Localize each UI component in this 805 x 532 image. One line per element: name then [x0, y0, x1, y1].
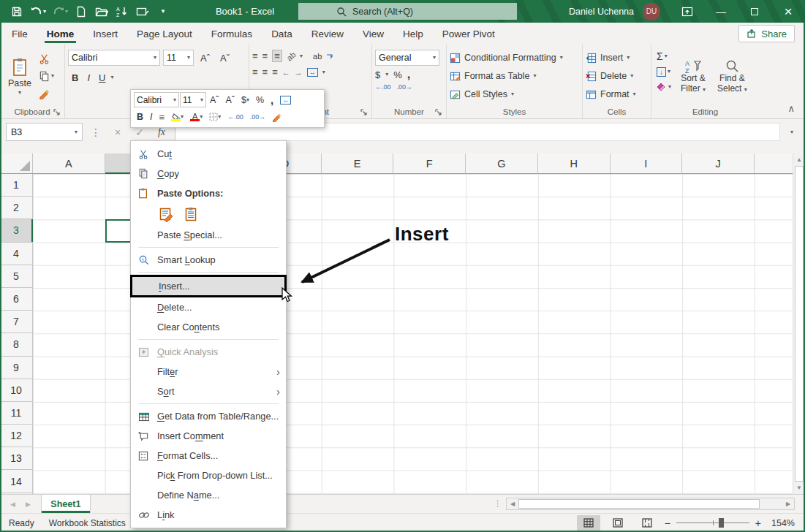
row-header-1[interactable]: 1: [0, 174, 32, 197]
minimize-button[interactable]: —: [704, 0, 738, 23]
ribbon-display-options-button[interactable]: [670, 0, 704, 23]
undo-button[interactable]: ▾: [28, 2, 48, 21]
increase-indent-button[interactable]: →: [295, 68, 303, 77]
align-middle-button[interactable]: ≡: [262, 50, 268, 61]
vertical-scrollbar[interactable]: ▲ ▼: [793, 153, 805, 494]
row-header-9[interactable]: 9: [0, 357, 32, 379]
save-button[interactable]: [7, 2, 26, 21]
format-cells-button[interactable]: Format▾: [586, 86, 648, 103]
clear-button[interactable]: ▾: [654, 80, 673, 94]
mini-align-button[interactable]: ≡: [156, 110, 168, 125]
row-header-11[interactable]: 11: [0, 402, 32, 425]
menu-item-pick-from-list[interactable]: Pick From Drop-down List...: [131, 466, 286, 485]
menu-item-get-data[interactable]: Get Data from Table/Range...: [131, 406, 286, 426]
email-button[interactable]: [133, 2, 152, 21]
copy-button[interactable]: ▾: [37, 68, 56, 84]
user-name[interactable]: Daniel Uchenna: [569, 7, 634, 17]
mini-increase-font-button[interactable]: Aˆ: [207, 92, 222, 107]
zoom-in-button[interactable]: +: [755, 517, 761, 529]
redo-button[interactable]: ▾: [50, 2, 70, 21]
fill-button[interactable]: ↓▾: [654, 65, 673, 78]
select-all-corner[interactable]: [0, 153, 33, 173]
sort-filter-button[interactable]: AZ Sort & Filter ▾: [676, 48, 710, 105]
column-header-h[interactable]: H: [538, 153, 611, 173]
qat-customize-button[interactable]: ▾: [154, 2, 173, 21]
orientation-button[interactable]: ab: [284, 50, 297, 62]
cancel-button[interactable]: ×: [109, 123, 126, 141]
normal-view-button[interactable]: [577, 515, 600, 531]
tab-review[interactable]: Review: [302, 23, 353, 45]
decrease-indent-button[interactable]: ←: [282, 68, 290, 77]
mini-decrease-font-button[interactable]: Aˇ: [223, 92, 238, 107]
tab-data[interactable]: Data: [262, 23, 302, 45]
merge-center-button[interactable]: ↔: [307, 68, 318, 77]
currency-button[interactable]: $: [375, 69, 380, 80]
expand-formula-bar-button[interactable]: ▾: [785, 123, 799, 141]
font-name-combo[interactable]: Calibri▾: [68, 50, 160, 66]
zoom-slider-thumb[interactable]: [719, 518, 724, 528]
maximize-button[interactable]: [738, 0, 771, 23]
clipboard-dialog-launcher[interactable]: [53, 109, 60, 115]
row-header-4[interactable]: 4: [0, 243, 32, 265]
decrease-font-button[interactable]: Aˇ: [216, 50, 233, 66]
paste-keep-formatting-button[interactable]: [157, 205, 175, 223]
align-right-button[interactable]: ≡: [272, 66, 278, 77]
mini-fill-color-button[interactable]: ▾: [168, 110, 186, 125]
mini-borders-button[interactable]: ▾: [206, 110, 224, 125]
italic-button[interactable]: I: [83, 69, 94, 86]
tab-power-pivot[interactable]: Power Pivot: [433, 23, 504, 45]
mini-bold-button[interactable]: B: [134, 110, 146, 125]
splitter-handle[interactable]: ⋮: [494, 499, 502, 509]
font-size-combo[interactable]: 11▾: [163, 50, 194, 66]
row-header-13[interactable]: 13: [0, 447, 32, 470]
zoom-level[interactable]: 154%: [767, 518, 795, 528]
format-as-table-button[interactable]: Format as Table▾: [450, 67, 579, 85]
paste-button[interactable]: Paste ▾: [3, 48, 37, 105]
column-header-e[interactable]: E: [322, 153, 394, 173]
column-header-a[interactable]: A: [33, 153, 105, 173]
increase-decimal-button[interactable]: .00→: [397, 83, 413, 91]
workbook-statistics[interactable]: Workbook Statistics: [49, 518, 126, 528]
column-header-i[interactable]: I: [611, 153, 683, 173]
menu-item-delete[interactable]: Delete...: [131, 297, 286, 317]
underline-button[interactable]: U: [95, 69, 109, 86]
tab-help[interactable]: Help: [393, 23, 433, 45]
mini-format-painter-button[interactable]: [269, 110, 284, 125]
page-layout-view-button[interactable]: [606, 515, 630, 531]
mini-font-size-combo[interactable]: 11▾: [180, 92, 206, 107]
align-top-button[interactable]: ≡: [252, 50, 258, 61]
scroll-down-arrow[interactable]: ▼: [793, 482, 805, 494]
find-select-button[interactable]: Find & Select ▾: [713, 48, 752, 105]
menu-item-insert-comment[interactable]: Insert Comment: [131, 426, 286, 446]
sheet-nav-right-arrow[interactable]: ▶: [26, 501, 31, 508]
column-header-f[interactable]: F: [393, 153, 466, 173]
tab-insert[interactable]: Insert: [83, 23, 127, 45]
tab-view[interactable]: View: [353, 23, 393, 45]
collapse-ribbon-button[interactable]: ∧: [787, 45, 805, 118]
wrap-text-button[interactable]: ab: [313, 52, 322, 61]
row-header-7[interactable]: 7: [0, 311, 32, 333]
zoom-slider[interactable]: [676, 522, 749, 523]
menu-item-filter[interactable]: Filter ›: [131, 362, 286, 381]
mini-font-name-combo[interactable]: Calibri▾: [134, 92, 179, 107]
menu-item-insert[interactable]: Insert...: [130, 275, 287, 297]
row-header-14[interactable]: 14: [0, 470, 32, 493]
mini-decrease-decimal-button[interactable]: ←.00: [224, 110, 246, 125]
align-bottom-button[interactable]: ≡: [272, 50, 282, 62]
name-box[interactable]: B3▾: [6, 123, 83, 141]
sheet-tab-sheet1[interactable]: Sheet1: [41, 495, 91, 513]
align-center-button[interactable]: ≡: [262, 66, 268, 77]
menu-item-format-cells[interactable]: Format Cells...: [131, 446, 286, 466]
bold-button[interactable]: B: [68, 69, 82, 86]
scroll-right-arrow[interactable]: ▶: [782, 498, 794, 509]
vertical-scroll-thumb[interactable]: [795, 166, 804, 482]
delete-cells-button[interactable]: Delete▾: [586, 67, 648, 85]
zoom-out-button[interactable]: −: [665, 517, 670, 529]
mini-percent-button[interactable]: %: [253, 92, 267, 107]
avatar[interactable]: DU: [643, 3, 660, 20]
row-header-2[interactable]: 2: [0, 197, 32, 219]
menu-item-link[interactable]: Link: [131, 505, 286, 525]
menu-item-clear-contents[interactable]: Clear Contents: [131, 317, 286, 337]
row-header-5[interactable]: 5: [0, 265, 32, 288]
horizontal-scrollbar[interactable]: ◀ ▶: [506, 498, 795, 510]
